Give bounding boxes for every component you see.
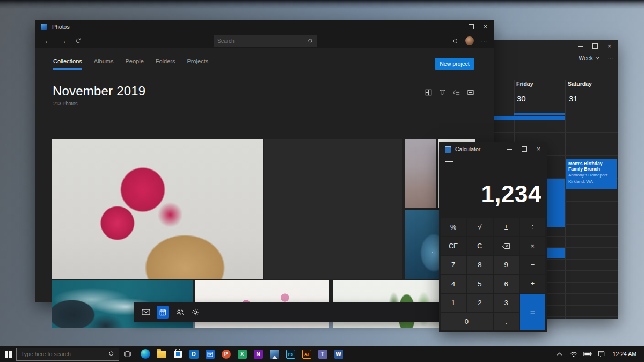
photo-thumbnail-portrait[interactable] [264,139,402,279]
account-avatar[interactable] [465,36,474,45]
floating-dock [134,302,472,322]
event-title: Mom's Birthday Family Brunch [568,161,614,172]
key-3[interactable]: 3 [494,294,519,312]
collage-button[interactable] [425,89,432,96]
taskbar-app-file-explorer[interactable] [153,346,170,362]
photo-thumbnail-red-flowers[interactable] [52,139,263,279]
key-8[interactable]: 8 [467,256,492,274]
select-button[interactable] [453,89,460,96]
key-divide[interactable]: ÷ [520,218,545,236]
close-button[interactable]: × [531,142,546,156]
taskbar-app-calendar[interactable] [202,346,218,362]
back-button[interactable]: ← [44,37,51,45]
taskbar-app-powerpoint[interactable]: P [218,346,234,362]
tab-collections[interactable]: Collections [53,58,82,70]
forward-button[interactable]: → [60,37,67,45]
import-button[interactable] [467,89,474,96]
key-equals[interactable]: = [520,294,545,330]
key-9[interactable]: 9 [494,256,519,274]
settings-button[interactable] [451,38,458,45]
minimize-button[interactable] [449,20,464,33]
all-day-event-bar[interactable] [514,113,565,115]
maximize-button[interactable] [588,40,602,52]
key-0[interactable]: 0 [441,313,493,330]
taskbar-search-input[interactable] [17,351,108,357]
calendar-titlebar[interactable]: × [494,40,618,52]
taskbar-app-photos[interactable] [266,346,282,362]
taskbar-app-onenote[interactable]: N [250,346,266,362]
minimize-button[interactable] [573,40,588,52]
close-button[interactable]: × [478,20,493,33]
close-button[interactable]: × [602,40,617,52]
task-view-button[interactable] [119,346,135,362]
key-ce[interactable]: CE [441,237,466,255]
more-button[interactable]: ··· [607,55,614,61]
taskbar-app-word[interactable]: W [331,346,347,362]
gear-icon [192,308,199,316]
key-6[interactable]: 6 [494,275,519,293]
search-input[interactable] [214,38,308,44]
taskbar-search-box[interactable] [16,348,119,361]
start-button[interactable] [0,346,16,362]
battery-button[interactable] [581,351,595,357]
task-view-icon [123,351,131,358]
tab-projects[interactable]: Projects [187,58,208,70]
key-plus[interactable]: + [520,275,545,293]
calendar-event-block[interactable] [547,248,565,258]
taskbar-app-excel[interactable]: X [234,346,250,362]
photos-search-box[interactable] [214,35,317,47]
key-plusminus[interactable]: ± [494,218,519,236]
key-multiply[interactable]: × [520,237,545,255]
minimize-button[interactable] [502,142,517,156]
network-button[interactable] [567,351,581,357]
people-icon [176,309,184,316]
action-center-button[interactable] [595,351,609,358]
maximize-button[interactable] [464,20,478,33]
stray-label: 40 [235,298,240,303]
key-percent[interactable]: % [441,218,466,236]
calendar-event-block[interactable] [547,179,565,227]
taskbar-clock[interactable]: 12:24 AM [613,351,636,357]
powerpoint-icon: P [222,350,231,359]
people-button[interactable] [176,309,184,316]
taskbar-app-store[interactable] [170,346,186,362]
key-decimal[interactable]: . [494,313,519,330]
key-backspace[interactable] [494,237,519,255]
calendar-event-brunch[interactable]: Mom's Birthday Family Brunch Anthony's H… [566,159,617,189]
calculator-titlebar[interactable]: Calculator × [439,142,547,156]
key-4[interactable]: 4 [441,275,466,293]
key-sqrt[interactable]: √ [467,218,492,236]
settings-dock-button[interactable] [192,308,199,316]
tab-albums[interactable]: Albums [94,58,114,70]
taskbar-app-outlook[interactable]: O [186,346,202,362]
maximize-button[interactable] [517,142,531,156]
key-5[interactable]: 5 [467,275,492,293]
taskbar-app-photoshop[interactable]: Ps [282,346,298,362]
key-7[interactable]: 7 [441,256,466,274]
taskbar-app-teams[interactable]: T [314,346,331,362]
refresh-icon [75,38,82,44]
key-2[interactable]: 2 [467,294,492,312]
more-button[interactable]: ··· [481,38,488,44]
filter-icon [439,89,446,96]
taskbar-app-edge[interactable] [137,346,153,362]
view-selector[interactable]: Week [579,55,600,61]
key-1[interactable]: 1 [441,294,466,312]
photos-titlebar[interactable]: Photos × [35,20,494,33]
tray-overflow-button[interactable] [553,352,567,356]
photo-thumbnail-mauve-blur[interactable] [405,139,436,208]
all-day-event-bar[interactable] [494,116,565,120]
mail-button[interactable] [142,309,150,315]
key-c[interactable]: C [467,237,492,255]
calendar-dock-button-active[interactable] [157,306,169,319]
refresh-button[interactable] [75,38,82,44]
tab-people[interactable]: People [126,58,144,70]
key-minus[interactable]: − [520,256,545,274]
new-project-button[interactable]: New project [435,58,474,70]
gear-icon [451,38,458,45]
tab-folders[interactable]: Folders [156,58,175,70]
menu-button[interactable] [445,160,453,168]
filter-button[interactable] [439,89,446,96]
desktop-wallpaper: × Week ··· Friday Saturday 30 31 Mom's B… [0,0,644,362]
taskbar-app-illustrator[interactable]: Ai [298,346,314,362]
